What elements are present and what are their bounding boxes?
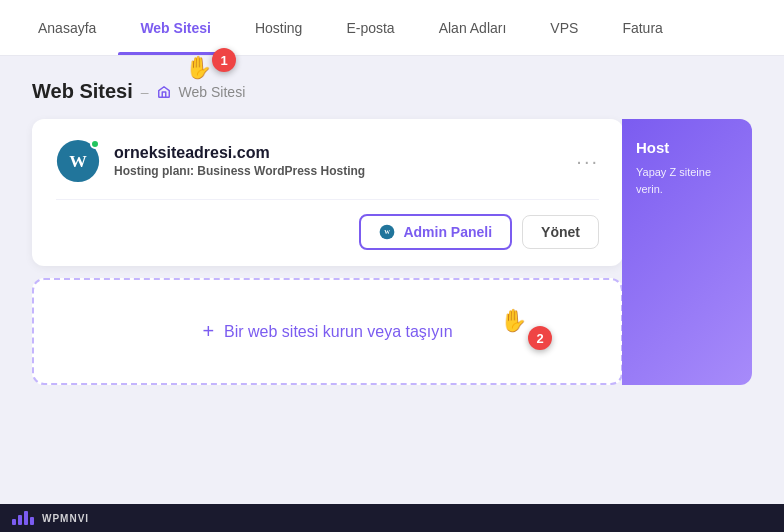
bar-4 [30,517,34,525]
site-card: W orneksiteadresi.com Hosting planı: Bus… [32,119,623,266]
breadcrumb-home-icon[interactable] [157,85,171,99]
more-options-button[interactable]: ··· [576,150,599,173]
add-site-text: + Bir web sitesi kurun veya taşıyın [202,320,452,343]
add-site-card[interactable]: + Bir web sitesi kurun veya taşıyın [32,278,623,385]
nav-anasayfa[interactable]: Anasayfa [16,0,118,55]
bottom-bar: WPMNVI [0,504,784,532]
manage-button[interactable]: Yönet [522,215,599,249]
bar-3 [24,511,28,525]
bottom-logo: WPMNVI [42,513,89,524]
side-panel-text: Yapay Z siteine verin. [636,164,738,197]
site-info: W orneksiteadresi.com Hosting planı: Bus… [56,139,365,183]
nav-vps[interactable]: VPS [528,0,600,55]
nav-fatura[interactable]: Fatura [600,0,684,55]
site-card-header: W orneksiteadresi.com Hosting planı: Bus… [56,139,599,183]
side-panel: Host Yapay Z siteine verin. [622,119,752,385]
breadcrumb-page-text: Web Sitesi [179,84,246,100]
wp-admin-icon: W [379,224,395,240]
nav-hosting[interactable]: Hosting [233,0,324,55]
site-domain: orneksiteadresi.com [114,144,365,162]
site-plan: Hosting planı: Business WordPress Hostin… [114,164,365,178]
top-navigation: Anasayfa Web Sitesi Hosting E-posta Alan… [0,0,784,56]
page-title: Web Sitesi [32,80,133,103]
nav-web-sitesi[interactable]: Web Sitesi [118,0,233,55]
online-status-dot [90,139,100,149]
admin-panel-button[interactable]: W Admin Paneli [359,214,512,250]
wordpress-logo: W [56,139,100,183]
plus-icon: + [202,320,214,343]
site-details: orneksiteadresi.com Hosting planı: Busin… [114,144,365,178]
breadcrumb: Web Sitesi – Web Sitesi [32,80,752,103]
bar-2 [18,515,22,525]
page-content: Web Sitesi – Web Sitesi W [0,56,784,409]
card-actions: W Admin Paneli Yönet [56,214,599,250]
nav-alan-adlari[interactable]: Alan Adları [417,0,529,55]
main-area: W orneksiteadresi.com Hosting planı: Bus… [32,119,752,385]
breadcrumb-separator: – [141,84,149,100]
bar-1 [12,519,16,525]
card-divider [56,199,599,200]
side-panel-title: Host [636,139,738,156]
svg-text:W: W [385,229,391,235]
left-section: W orneksiteadresi.com Hosting planı: Bus… [32,119,623,385]
bottom-bars-icon [12,511,34,525]
nav-e-posta[interactable]: E-posta [324,0,416,55]
svg-text:W: W [69,151,87,171]
